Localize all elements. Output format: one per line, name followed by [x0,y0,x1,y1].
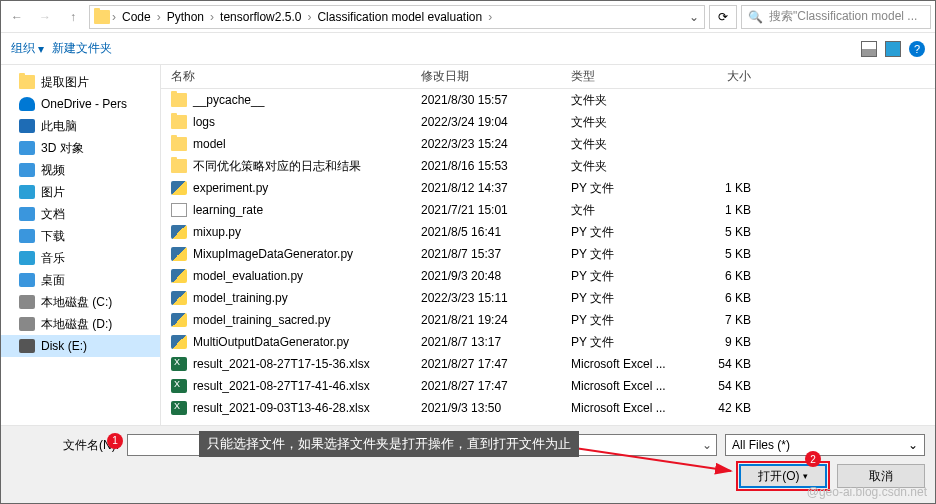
file-date: 2021/9/3 20:48 [411,269,561,283]
xlsx-icon [171,379,187,393]
sidebar-item-label: 桌面 [41,272,65,289]
blue-icon [19,141,35,155]
back-button[interactable]: ← [5,5,29,29]
sidebar-item[interactable]: 图片 [1,181,160,203]
folder-icon [19,75,35,89]
file-row[interactable]: model_training_sacred.py2021/8/21 19:24P… [161,309,935,331]
watermark: @geo-ai.blog.csdn.net [807,485,927,499]
sidebar-item-label: 下载 [41,228,65,245]
file-row[interactable]: MultiOutputDataGenerator.py2021/8/7 13:1… [161,331,935,353]
py-icon [171,181,187,195]
blue-icon [19,273,35,287]
folder-icon [171,93,187,107]
chevron-down-icon[interactable]: ⌄ [684,10,704,24]
file-row[interactable]: MixupImageDataGenerator.py2021/8/7 15:37… [161,243,935,265]
sidebar-item-label: 提取图片 [41,74,89,91]
file-size: 5 KB [691,225,771,239]
file-row[interactable]: result_2021-09-03T13-46-28.xlsx2021/9/3 … [161,397,935,419]
file-type: 文件夹 [561,114,691,131]
sidebar-item[interactable]: 本地磁盘 (D:) [1,313,160,335]
annotation-badge-1: 1 [107,433,123,449]
chevron-down-icon[interactable]: ⌄ [702,438,712,452]
blue-icon [19,207,35,221]
sidebar-item[interactable]: 提取图片 [1,71,160,93]
file-size: 54 KB [691,379,771,393]
crumb[interactable]: Code [118,10,155,24]
file-list: 名称 修改日期 类型 大小 __pycache__2021/8/30 15:57… [161,65,935,425]
organize-menu[interactable]: 组织 ▾ [11,40,44,57]
sidebar-item[interactable]: Disk (E:) [1,335,160,357]
file-row[interactable]: mixup.py2021/8/5 16:41PY 文件5 KB [161,221,935,243]
file-name: result_2021-09-03T13-46-28.xlsx [193,401,370,415]
file-list-body[interactable]: __pycache__2021/8/30 15:57文件夹logs2022/3/… [161,89,935,423]
sidebar-item[interactable]: 3D 对象 [1,137,160,159]
file-row[interactable]: __pycache__2021/8/30 15:57文件夹 [161,89,935,111]
annotation-badge-2: 2 [805,451,821,467]
file-row[interactable]: experiment.py2021/8/12 14:37PY 文件1 KB [161,177,935,199]
breadcrumb[interactable]: › Code › Python › tensorflow2.5.0 › Clas… [89,5,705,29]
disk-icon [19,339,35,353]
file-type: 文件夹 [561,136,691,153]
crumb[interactable]: Classification model evaluation [313,10,486,24]
file-row[interactable]: 不同优化策略对应的日志和结果2021/8/16 15:53文件夹 [161,155,935,177]
file-row[interactable]: model2022/3/23 15:24文件夹 [161,133,935,155]
sidebar-item-label: 音乐 [41,250,65,267]
file-date: 2021/8/21 19:24 [411,313,561,327]
py-icon [171,247,187,261]
sidebar-item[interactable]: 音乐 [1,247,160,269]
crumb[interactable]: tensorflow2.5.0 [216,10,305,24]
file-date: 2021/8/7 13:17 [411,335,561,349]
file-row[interactable]: model_evaluation.py2021/9/3 20:48PY 文件6 … [161,265,935,287]
refresh-button[interactable]: ⟳ [709,5,737,29]
help-icon[interactable]: ? [909,41,925,57]
folder-icon [171,137,187,151]
sidebar-item-label: 本地磁盘 (C:) [41,294,112,311]
cloud-icon [19,97,35,111]
file-size: 9 KB [691,335,771,349]
file-row[interactable]: logs2022/3/24 19:04文件夹 [161,111,935,133]
file-row[interactable]: model_training.py2022/3/23 15:11PY 文件6 K… [161,287,935,309]
sidebar: 提取图片OneDrive - Pers此电脑3D 对象视频图片文档下载音乐桌面本… [1,65,161,425]
view-details-icon[interactable] [861,41,877,57]
sidebar-item[interactable]: 下载 [1,225,160,247]
chevron-right-icon: › [210,10,214,24]
col-date[interactable]: 修改日期 [411,68,561,85]
up-button[interactable]: ↑ [61,5,85,29]
forward-button[interactable]: → [33,5,57,29]
search-input[interactable]: 🔍 搜索"Classification model ... [741,5,931,29]
py-icon [171,291,187,305]
col-type[interactable]: 类型 [561,68,691,85]
sidebar-item[interactable]: 桌面 [1,269,160,291]
file-row[interactable]: result_2021-08-27T17-41-46.xlsx2021/8/27… [161,375,935,397]
col-name[interactable]: 名称 [161,68,411,85]
sidebar-item[interactable]: 文档 [1,203,160,225]
py-icon [171,313,187,327]
folder-icon [171,159,187,173]
file-type: PY 文件 [561,224,691,241]
file-date: 2021/9/3 13:50 [411,401,561,415]
view-preview-icon[interactable] [885,41,901,57]
sidebar-item[interactable]: 本地磁盘 (C:) [1,291,160,313]
file-row[interactable]: result_2021-08-27T17-15-36.xlsx2021/8/27… [161,353,935,375]
new-folder-button[interactable]: 新建文件夹 [52,40,112,57]
sidebar-item-label: 本地磁盘 (D:) [41,316,112,333]
chevron-right-icon: › [112,10,116,24]
crumb[interactable]: Python [163,10,208,24]
file-row[interactable]: learning_rate2021/7/21 15:01文件1 KB [161,199,935,221]
file-type: PY 文件 [561,268,691,285]
file-date: 2022/3/23 15:24 [411,137,561,151]
sidebar-item[interactable]: 此电脑 [1,115,160,137]
file-name: result_2021-08-27T17-15-36.xlsx [193,357,370,371]
blue-icon [19,229,35,243]
file-size: 7 KB [691,313,771,327]
file-type: Microsoft Excel ... [561,379,691,393]
col-size[interactable]: 大小 [691,68,771,85]
folder-icon [94,10,110,24]
sidebar-item[interactable]: OneDrive - Pers [1,93,160,115]
sidebar-item-label: 3D 对象 [41,140,84,157]
filetype-combo[interactable]: All Files (*) ⌄ [725,434,925,456]
sidebar-item[interactable]: 视频 [1,159,160,181]
main-area: 提取图片OneDrive - Pers此电脑3D 对象视频图片文档下载音乐桌面本… [1,65,935,425]
chevron-right-icon: › [307,10,311,24]
pic-icon [19,185,35,199]
